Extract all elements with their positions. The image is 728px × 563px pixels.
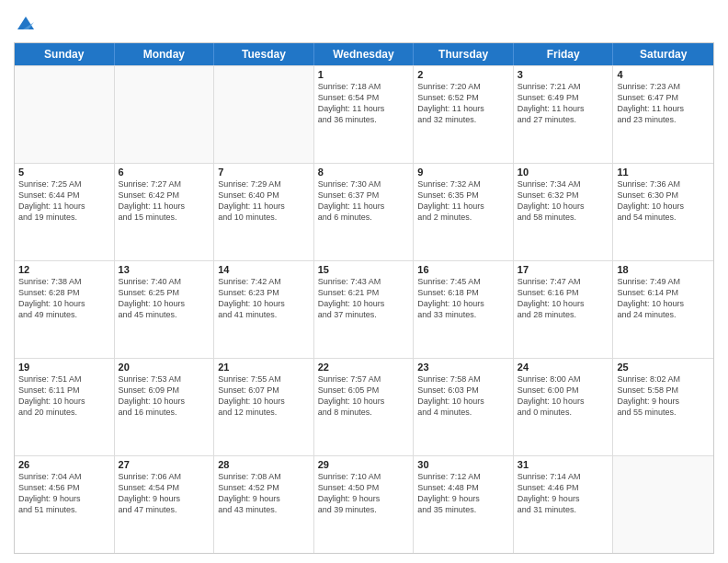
weekday-header-monday: Monday xyxy=(115,43,215,65)
calendar-row-1: 5Sunrise: 7:25 AM Sunset: 6:44 PM Daylig… xyxy=(15,163,713,260)
day-info: Sunrise: 7:12 AM Sunset: 4:48 PM Dayligh… xyxy=(417,471,509,516)
calendar: SundayMondayTuesdayWednesdayThursdayFrid… xyxy=(14,42,714,554)
day-cell-26: 26Sunrise: 7:04 AM Sunset: 4:56 PM Dayli… xyxy=(15,456,115,553)
day-info: Sunrise: 7:36 AM Sunset: 6:30 PM Dayligh… xyxy=(617,178,710,224)
day-cell-empty-4-6 xyxy=(613,456,713,553)
day-info: Sunrise: 7:25 AM Sunset: 6:44 PM Dayligh… xyxy=(18,178,110,224)
day-cell-20: 20Sunrise: 7:53 AM Sunset: 6:09 PM Dayli… xyxy=(115,359,215,455)
day-number: 5 xyxy=(18,167,110,178)
day-number: 4 xyxy=(617,69,710,80)
day-info: Sunrise: 7:45 AM Sunset: 6:18 PM Dayligh… xyxy=(417,276,509,321)
day-number: 16 xyxy=(417,264,509,275)
day-cell-5: 5Sunrise: 7:25 AM Sunset: 6:44 PM Daylig… xyxy=(15,164,115,260)
day-number: 9 xyxy=(417,167,509,178)
day-number: 10 xyxy=(518,167,609,178)
day-number: 28 xyxy=(218,459,310,470)
day-info: Sunrise: 7:08 AM Sunset: 4:52 PM Dayligh… xyxy=(218,471,310,516)
day-info: Sunrise: 7:58 AM Sunset: 6:03 PM Dayligh… xyxy=(417,373,509,419)
calendar-row-0: 1Sunrise: 7:18 AM Sunset: 6:54 PM Daylig… xyxy=(15,65,713,163)
day-info: Sunrise: 8:02 AM Sunset: 5:58 PM Dayligh… xyxy=(617,373,710,419)
day-cell-11: 11Sunrise: 7:36 AM Sunset: 6:30 PM Dayli… xyxy=(613,164,713,260)
day-cell-18: 18Sunrise: 7:49 AM Sunset: 6:14 PM Dayli… xyxy=(613,261,713,358)
weekday-header-saturday: Saturday xyxy=(613,43,713,65)
day-cell-16: 16Sunrise: 7:45 AM Sunset: 6:18 PM Dayli… xyxy=(414,261,514,358)
weekday-header-sunday: Sunday xyxy=(15,43,115,65)
calendar-header: SundayMondayTuesdayWednesdayThursdayFrid… xyxy=(15,43,713,65)
day-number: 26 xyxy=(18,459,110,470)
logo-icon xyxy=(16,13,36,33)
weekday-header-friday: Friday xyxy=(514,43,614,65)
day-info: Sunrise: 7:04 AM Sunset: 4:56 PM Dayligh… xyxy=(18,471,110,516)
day-number: 19 xyxy=(18,362,110,373)
day-info: Sunrise: 7:21 AM Sunset: 6:49 PM Dayligh… xyxy=(518,81,609,126)
day-cell-10: 10Sunrise: 7:34 AM Sunset: 6:32 PM Dayli… xyxy=(514,164,614,260)
day-cell-21: 21Sunrise: 7:55 AM Sunset: 6:07 PM Dayli… xyxy=(214,359,314,455)
day-info: Sunrise: 7:53 AM Sunset: 6:09 PM Dayligh… xyxy=(119,373,210,419)
weekday-header-tuesday: Tuesday xyxy=(214,43,314,65)
day-cell-14: 14Sunrise: 7:42 AM Sunset: 6:23 PM Dayli… xyxy=(214,261,314,358)
day-number: 27 xyxy=(119,459,210,470)
day-number: 1 xyxy=(318,69,410,80)
day-number: 11 xyxy=(617,167,710,178)
day-cell-2: 2Sunrise: 7:20 AM Sunset: 6:52 PM Daylig… xyxy=(414,66,514,163)
day-cell-24: 24Sunrise: 8:00 AM Sunset: 6:00 PM Dayli… xyxy=(514,359,614,455)
day-cell-6: 6Sunrise: 7:27 AM Sunset: 6:42 PM Daylig… xyxy=(115,164,215,260)
day-number: 23 xyxy=(417,362,509,373)
day-info: Sunrise: 7:06 AM Sunset: 4:54 PM Dayligh… xyxy=(119,471,210,516)
day-number: 21 xyxy=(218,362,310,373)
day-info: Sunrise: 7:49 AM Sunset: 6:14 PM Dayligh… xyxy=(617,276,710,321)
day-number: 8 xyxy=(318,167,410,178)
day-number: 18 xyxy=(617,264,710,275)
calendar-row-4: 26Sunrise: 7:04 AM Sunset: 4:56 PM Dayli… xyxy=(15,455,713,553)
page: SundayMondayTuesdayWednesdayThursdayFrid… xyxy=(0,0,728,563)
day-cell-4: 4Sunrise: 7:23 AM Sunset: 6:47 PM Daylig… xyxy=(613,66,713,163)
day-number: 2 xyxy=(417,69,509,80)
day-info: Sunrise: 7:42 AM Sunset: 6:23 PM Dayligh… xyxy=(218,276,310,321)
day-number: 17 xyxy=(518,264,609,275)
day-number: 22 xyxy=(318,362,410,373)
logo xyxy=(14,13,36,35)
day-cell-9: 9Sunrise: 7:32 AM Sunset: 6:35 PM Daylig… xyxy=(414,164,514,260)
day-number: 3 xyxy=(518,69,609,80)
day-number: 12 xyxy=(18,264,110,275)
day-info: Sunrise: 7:57 AM Sunset: 6:05 PM Dayligh… xyxy=(318,373,410,419)
day-info: Sunrise: 7:30 AM Sunset: 6:37 PM Dayligh… xyxy=(318,178,410,224)
day-number: 7 xyxy=(218,167,310,178)
day-info: Sunrise: 7:18 AM Sunset: 6:54 PM Dayligh… xyxy=(318,81,410,126)
day-cell-15: 15Sunrise: 7:43 AM Sunset: 6:21 PM Dayli… xyxy=(314,261,415,358)
day-cell-30: 30Sunrise: 7:12 AM Sunset: 4:48 PM Dayli… xyxy=(414,456,514,553)
day-info: Sunrise: 7:10 AM Sunset: 4:50 PM Dayligh… xyxy=(318,471,410,516)
day-cell-empty-0-2 xyxy=(214,66,314,163)
day-number: 29 xyxy=(318,459,410,470)
day-number: 14 xyxy=(218,264,310,275)
header xyxy=(14,9,714,35)
day-info: Sunrise: 7:47 AM Sunset: 6:16 PM Dayligh… xyxy=(518,276,609,321)
day-cell-31: 31Sunrise: 7:14 AM Sunset: 4:46 PM Dayli… xyxy=(514,456,614,553)
day-info: Sunrise: 7:27 AM Sunset: 6:42 PM Dayligh… xyxy=(119,178,210,224)
day-cell-25: 25Sunrise: 8:02 AM Sunset: 5:58 PM Dayli… xyxy=(613,359,713,455)
day-number: 6 xyxy=(119,167,210,178)
day-cell-27: 27Sunrise: 7:06 AM Sunset: 4:54 PM Dayli… xyxy=(115,456,215,553)
day-info: Sunrise: 7:43 AM Sunset: 6:21 PM Dayligh… xyxy=(318,276,410,321)
day-info: Sunrise: 7:38 AM Sunset: 6:28 PM Dayligh… xyxy=(18,276,110,321)
calendar-body: 1Sunrise: 7:18 AM Sunset: 6:54 PM Daylig… xyxy=(15,65,713,553)
weekday-header-wednesday: Wednesday xyxy=(314,43,415,65)
day-info: Sunrise: 7:32 AM Sunset: 6:35 PM Dayligh… xyxy=(417,178,509,224)
day-number: 30 xyxy=(417,459,509,470)
calendar-row-3: 19Sunrise: 7:51 AM Sunset: 6:11 PM Dayli… xyxy=(15,358,713,455)
day-cell-13: 13Sunrise: 7:40 AM Sunset: 6:25 PM Dayli… xyxy=(115,261,215,358)
day-cell-29: 29Sunrise: 7:10 AM Sunset: 4:50 PM Dayli… xyxy=(314,456,415,553)
day-info: Sunrise: 7:23 AM Sunset: 6:47 PM Dayligh… xyxy=(617,81,710,126)
day-number: 15 xyxy=(318,264,410,275)
day-number: 25 xyxy=(617,362,710,373)
day-number: 13 xyxy=(119,264,210,275)
day-cell-7: 7Sunrise: 7:29 AM Sunset: 6:40 PM Daylig… xyxy=(214,164,314,260)
svg-marker-0 xyxy=(17,17,34,29)
day-cell-22: 22Sunrise: 7:57 AM Sunset: 6:05 PM Dayli… xyxy=(314,359,415,455)
day-number: 24 xyxy=(518,362,609,373)
day-info: Sunrise: 7:29 AM Sunset: 6:40 PM Dayligh… xyxy=(218,178,310,224)
calendar-row-2: 12Sunrise: 7:38 AM Sunset: 6:28 PM Dayli… xyxy=(15,260,713,358)
day-info: Sunrise: 7:14 AM Sunset: 4:46 PM Dayligh… xyxy=(518,471,609,516)
day-number: 20 xyxy=(119,362,210,373)
day-info: Sunrise: 7:40 AM Sunset: 6:25 PM Dayligh… xyxy=(119,276,210,321)
